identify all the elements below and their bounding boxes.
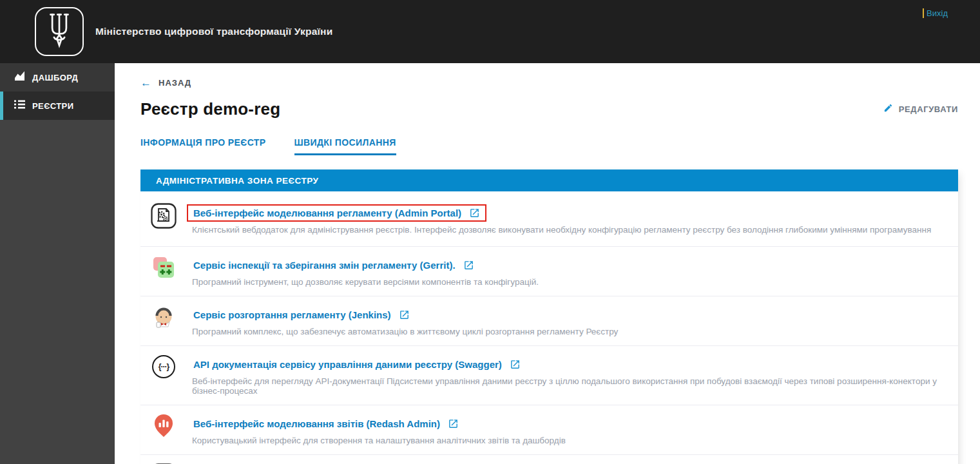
back-arrow-icon: ← [140, 77, 151, 88]
quick-link-row: Сервіс розгортання регламенту (Jenkins) … [140, 296, 958, 346]
tab-quick-links[interactable]: ШВИДКІ ПОСИЛАННЯ [294, 137, 396, 155]
registries-list-icon [14, 100, 25, 111]
quick-link-row: Веб-інтерфейс моделювання звітів (Redash… [140, 405, 958, 455]
ministry-title: Міністерство цифрової трансформації Укра… [95, 26, 332, 37]
quick-link-description: Веб-інтерфейс для перегляду API-документ… [192, 376, 948, 396]
logout-label[interactable]: Вихід [927, 8, 948, 18]
quick-link-title-wrap: Веб-інтерфейс моделювання звітів (Redash… [187, 415, 465, 432]
quick-link-row: {···} API документація сервісу управлінн… [140, 346, 958, 405]
quick-link[interactable]: API документація сервісу управління дани… [193, 359, 502, 370]
main-content: ← НАЗАД Реєстр demo-reg РЕДАГУВАТИ ІНФОР… [115, 63, 980, 464]
swagger-braces-icon: {···} [151, 354, 177, 379]
quick-link-row: Сервіс інспекції та зберігання змін регл… [140, 247, 958, 296]
quick-link[interactable]: Веб-інтерфейс моделювання звітів (Redash… [193, 418, 440, 429]
tab-registry-info[interactable]: ІНФОРМАЦІЯ ПРО РЕЄСТР [140, 137, 266, 155]
back-button[interactable]: ← НАЗАД [140, 77, 191, 88]
quick-link[interactable]: Веб-інтерфейс моделювання регламенту (Ad… [193, 208, 461, 218]
quick-link-title-wrap: API документація сервісу управління дани… [187, 356, 527, 373]
external-link-icon[interactable] [469, 208, 480, 218]
tab-bar: ІНФОРМАЦІЯ ПРО РЕЄСТР ШВИДКІ ПОСИЛАННЯ [140, 137, 958, 155]
quick-link-description: Програмний комплекс, що забезпечує автом… [192, 327, 618, 336]
section-header: АДМІНІСТРАТИВНА ЗОНА РЕЄСТРУ [140, 169, 958, 191]
quick-link-row: Веб-інтерфейс управління виконанням бізн… [140, 455, 958, 464]
dashboard-chart-icon [14, 71, 25, 84]
quick-links-list: Веб-інтерфейс моделювання регламенту (Ad… [140, 191, 958, 464]
quick-link-row: Веб-інтерфейс моделювання регламенту (Ad… [140, 191, 958, 247]
sidebar-nav: ДАШБОРД РЕЄСТРИ [0, 63, 115, 464]
quick-link-description: Клієнтський вебдодаток для адмініструван… [192, 225, 931, 235]
sidebar-item-registries[interactable]: РЕЄСТРИ [0, 92, 115, 120]
ministry-logo [35, 7, 84, 56]
quick-link-title-wrap: Сервіс розгортання регламенту (Jenkins) [187, 306, 416, 324]
sidebar-item-dashboard[interactable]: ДАШБОРД [0, 63, 115, 92]
logout-divider [923, 8, 924, 18]
quick-link-title-wrap: Веб-інтерфейс моделювання регламенту (Ad… [187, 204, 486, 222]
quick-links-card: АДМІНІСТРАТИВНА ЗОНА РЕЄСТРУ Веб-інтерфе… [140, 169, 958, 464]
external-link-icon[interactable] [399, 309, 410, 320]
quick-link-title-wrap: Сервіс інспекції та зберігання змін регл… [187, 256, 481, 274]
external-link-icon[interactable] [448, 418, 459, 429]
back-label: НАЗАД [159, 78, 191, 88]
external-link-icon[interactable] [510, 359, 521, 370]
quick-link-description: Користувацький інтерфейс для створення т… [192, 436, 566, 445]
external-link-icon[interactable] [463, 260, 474, 271]
logout-link[interactable]: Вихід [923, 8, 948, 18]
quick-link[interactable]: Сервіс розгортання регламенту (Jenkins) [193, 309, 391, 320]
top-header: Міністерство цифрової трансформації Укра… [0, 0, 980, 63]
ukraine-trident-icon [45, 12, 73, 52]
quick-link-description: Програмний інструмент, що дозволяє керув… [192, 277, 539, 287]
edit-label: РЕДАГУВАТИ [899, 104, 958, 114]
gerrit-diff-icon [151, 255, 177, 280]
scroll-gears-icon [151, 203, 177, 229]
edit-button[interactable]: РЕДАГУВАТИ [883, 103, 958, 115]
edit-pencil-icon [883, 103, 893, 115]
redash-chart-pin-icon [151, 414, 177, 438]
jenkins-butler-icon [151, 305, 177, 329]
page-title: Реєстр demo-reg [140, 99, 280, 119]
quick-link[interactable]: Сервіс інспекції та зберігання змін регл… [193, 260, 456, 271]
